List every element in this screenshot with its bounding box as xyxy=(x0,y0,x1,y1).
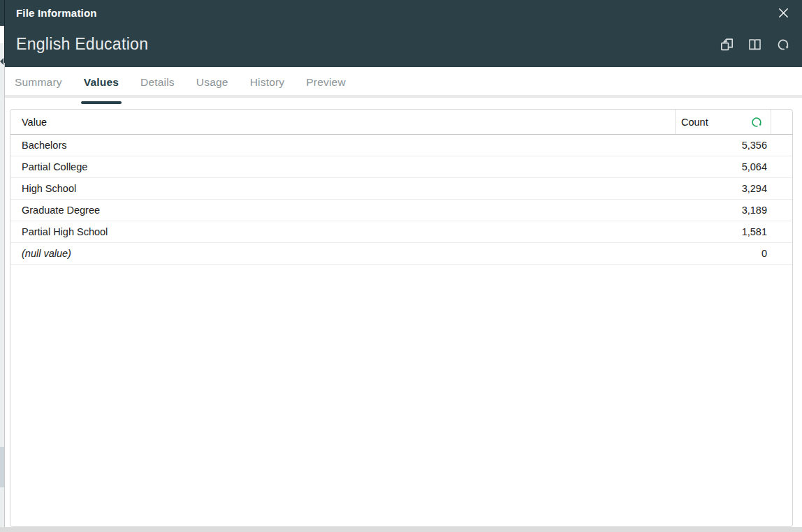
file-information-dialog: File Information English Education Summa… xyxy=(5,0,802,527)
copy-versions-button[interactable] xyxy=(717,36,734,53)
tab-details[interactable]: Details xyxy=(139,68,176,96)
count-cell: 3,294 xyxy=(676,178,771,199)
value-cell: Bachelors xyxy=(10,135,676,156)
dialog-titlebar: File Information xyxy=(5,0,802,26)
count-cell: 5,356 xyxy=(676,135,771,156)
count-cell: 1,581 xyxy=(676,221,771,242)
glossary-book-button[interactable] xyxy=(746,36,763,53)
close-button[interactable] xyxy=(774,4,792,22)
background-collapse-arrow-icon xyxy=(0,58,3,65)
tab-history[interactable]: History xyxy=(249,68,286,96)
refresh-counts-icon xyxy=(750,115,764,129)
count-cell: 5,064 xyxy=(676,156,771,177)
table-row[interactable]: (null value)0 xyxy=(10,243,792,265)
value-cell: High School xyxy=(10,178,676,199)
reload-button[interactable] xyxy=(775,36,792,53)
count-cell: 0 xyxy=(676,243,771,264)
tab-preview[interactable]: Preview xyxy=(305,68,347,96)
asset-title: English Education xyxy=(16,35,148,54)
row-spacer xyxy=(771,178,792,199)
tab-values[interactable]: Values xyxy=(82,68,120,96)
table-body: Bachelors5,356Partial College5,064High S… xyxy=(10,135,792,526)
asset-header: English Education xyxy=(5,26,802,67)
background-bottom-strip xyxy=(0,527,802,532)
row-spacer xyxy=(771,200,792,221)
column-header-spacer xyxy=(771,110,792,134)
value-cell: Partial College xyxy=(10,156,676,177)
column-header-count[interactable]: Count xyxy=(676,110,771,134)
asset-header-actions xyxy=(717,36,792,53)
values-table-card: Value Count Bachelors5,356Partial Colleg… xyxy=(10,109,793,527)
value-cell: Graduate Degree xyxy=(10,200,676,221)
column-header-value-label: Value xyxy=(22,117,47,128)
column-header-value[interactable]: Value xyxy=(10,110,676,134)
value-cell: (null value) xyxy=(10,243,676,264)
tab-summary[interactable]: Summary xyxy=(13,68,64,96)
table-row[interactable]: Bachelors5,356 xyxy=(10,135,792,156)
row-spacer xyxy=(771,243,792,264)
close-icon xyxy=(777,6,790,20)
table-row[interactable]: Partial College5,064 xyxy=(10,156,792,178)
tab-usage[interactable]: Usage xyxy=(195,68,230,96)
reload-icon xyxy=(775,37,791,52)
column-header-count-label: Count xyxy=(681,117,708,128)
table-row[interactable]: Partial High School1,581 xyxy=(10,221,792,243)
dialog-title: File Information xyxy=(16,7,97,19)
value-cell: Partial High School xyxy=(10,221,676,242)
table-row[interactable]: High School3,294 xyxy=(10,178,792,200)
copy-versions-icon xyxy=(718,36,734,52)
glossary-book-icon xyxy=(747,36,763,52)
table-row[interactable]: Graduate Degree3,189 xyxy=(10,200,792,221)
count-cell: 3,189 xyxy=(676,200,771,221)
row-spacer xyxy=(771,135,792,156)
table-header-row: Value Count xyxy=(10,110,792,135)
refresh-counts-button[interactable] xyxy=(750,115,764,129)
tab-bar: SummaryValuesDetailsUsageHistoryPreview xyxy=(5,67,802,98)
row-spacer xyxy=(771,156,792,177)
row-spacer xyxy=(771,221,792,242)
